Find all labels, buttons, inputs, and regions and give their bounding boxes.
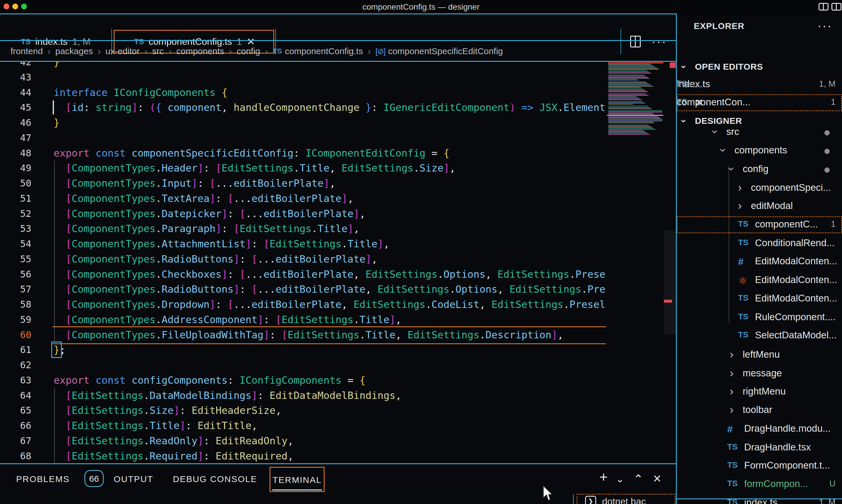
- tree-item-editmodalconten-[interactable]: ⚛EditModalConten...: [677, 272, 842, 289]
- code-line-62[interactable]: 62: [0, 357, 606, 373]
- close-panel-icon[interactable]: ✕: [653, 471, 661, 486]
- breadcrumb-item[interactable]: ux-editor: [105, 46, 140, 56]
- line-number: 63: [0, 373, 31, 388]
- chevron-down-icon: ›: [678, 65, 690, 69]
- code-line-48[interactable]: 48export const componentSpecificEditConf…: [0, 145, 606, 161]
- tree-item-toolbar[interactable]: ›toolbar: [677, 402, 842, 419]
- tree-item-formcompon-[interactable]: TSformCompon...U: [677, 476, 842, 493]
- code-line-50[interactable]: 50 [ComponentTypes.Input]: [...editBoile…: [0, 176, 606, 191]
- code-line-65[interactable]: 65 [EditSettings.Size]: EditHeaderSize,: [0, 403, 606, 418]
- tree-item-editmodalconten-[interactable]: #EditModalConten...: [677, 253, 842, 270]
- item-path-hint: fron...: [677, 79, 699, 89]
- minimap-line: [608, 134, 650, 135]
- code-line-55[interactable]: 55 [ComponentTypes.RadioButtons]: [...ed…: [0, 251, 606, 267]
- code-line-51[interactable]: 51 [ComponentTypes.TextArea]: [...editBo…: [0, 191, 606, 206]
- code-line-60[interactable]: 60 [ComponentTypes.FileUploadWithTag]: […: [0, 327, 606, 342]
- code-line-61[interactable]: 61};: [0, 342, 606, 357]
- tree-item-leftmenu[interactable]: ›leftMenu: [677, 346, 842, 363]
- scrollbar[interactable]: [664, 231, 676, 335]
- panel-tab-debug-console[interactable]: DEBUG CONSOLE: [173, 472, 257, 486]
- section-outline[interactable]: › OUTLINE: [677, 501, 842, 504]
- item-label: EditModalConten...: [755, 255, 837, 267]
- code-line-58[interactable]: 58 [ComponentTypes.Dropdown]: [...editBo…: [0, 297, 606, 312]
- tree-item-message[interactable]: ›message: [677, 365, 842, 382]
- code-line-45[interactable]: 45 [id: string]: ({ component, handleCom…: [0, 100, 606, 115]
- tree-item-componentc-[interactable]: TScomponentC...1: [677, 216, 842, 233]
- breadcrumb-item[interactable]: [⊘]componentSpecificEditConfig: [376, 46, 503, 56]
- tree-item-selectdatamodel-[interactable]: TSSelectDataModel...: [677, 327, 842, 344]
- code-line-64[interactable]: 64 [EditSettings.DataModelBindings]: Edi…: [0, 388, 606, 403]
- breadcrumb-separator: ›: [265, 46, 268, 57]
- new-terminal-icon[interactable]: +: [599, 469, 608, 485]
- code-line-49[interactable]: 49 [ComponentTypes.Header]: [EditSetting…: [0, 160, 606, 176]
- panel-tab-problems[interactable]: PROBLEMS: [16, 472, 70, 486]
- tree-item-src[interactable]: ›src: [677, 124, 842, 141]
- terminal-dropdown-icon[interactable]: ⌄: [616, 471, 624, 486]
- code-line-63[interactable]: 63export const configComponents: IConfig…: [0, 373, 606, 388]
- code-line-57[interactable]: 57 [ComponentTypes.RadioButtons]: [...ed…: [0, 282, 606, 297]
- code-text: [ComponentTypes.Checkboxes]: [...editBoi…: [54, 267, 606, 282]
- breadcrumb-item[interactable]: config: [237, 46, 260, 56]
- item-label: DragHandle.tsx: [744, 442, 811, 453]
- code-line-68[interactable]: 68 [EditSettings.Required]: EditRequired…: [0, 448, 606, 463]
- section-open-editors[interactable]: › OPEN EDITORS: [677, 59, 842, 76]
- minimap-line: [608, 100, 642, 100]
- tree-item-config[interactable]: ›config: [677, 161, 842, 178]
- breadcrumb-item[interactable]: TScomponentConfig.ts: [273, 46, 363, 56]
- tree-item-draghandle-tsx[interactable]: TSDragHandle.tsx: [677, 439, 842, 456]
- chevron-right-icon: ›: [730, 386, 734, 397]
- minimap-line: [608, 122, 653, 122]
- layout-sidebar-icon[interactable]: [831, 3, 841, 11]
- tree-item-rulecomponent-[interactable]: TSRuleComponent....: [677, 309, 842, 326]
- breadcrumb-item[interactable]: packages: [55, 46, 93, 56]
- tree-item-formcomponent-t-[interactable]: TSFormComponent.t...: [677, 457, 842, 474]
- chevron-right-icon: ›: [730, 404, 734, 415]
- tree-item-editmodal[interactable]: ›editModal: [677, 198, 842, 215]
- line-number: 54: [0, 236, 31, 251]
- minimap-line: [608, 71, 648, 72]
- item-label: message: [743, 367, 782, 379]
- terminal-list-separator: [573, 494, 574, 504]
- tree-item-editmodalconten-[interactable]: TSEditModalConten...: [677, 290, 842, 307]
- item-label: toolbar: [743, 404, 772, 415]
- maximize-panel-icon[interactable]: ⌃: [633, 471, 643, 486]
- code-text: [ComponentTypes.TextArea]: [...editBoile…: [54, 191, 354, 206]
- minimap-line: [608, 98, 639, 98]
- explorer-more-icon[interactable]: ···: [818, 19, 832, 33]
- layout-panel-icon[interactable]: [819, 3, 828, 11]
- panel-tab-output[interactable]: OUTPUT: [114, 472, 153, 486]
- code-line-46[interactable]: 46}: [0, 115, 606, 130]
- panel-tab-terminal[interactable]: TERMINAL: [271, 473, 324, 487]
- code-text: [ComponentTypes.RadioButtons]: [...editB…: [54, 282, 606, 297]
- code-line-66[interactable]: 66 [EditSettings.Title]: EditTitle,: [0, 418, 606, 433]
- code-line-52[interactable]: 52 [ComponentTypes.Datepicker]: [...edit…: [0, 206, 606, 221]
- code-line-59[interactable]: 59 [ComponentTypes.AddressComponent]: [E…: [0, 312, 606, 327]
- terminal-list-item[interactable]: ❯ dotnet bac: [577, 494, 675, 504]
- code-area[interactable]: 42}4344interface IConfigComponents {45 […: [0, 62, 606, 463]
- tree-item-rightmenu[interactable]: ›rightMenu: [677, 383, 842, 400]
- breadcrumb-item[interactable]: frontend: [11, 46, 43, 56]
- code-line-56[interactable]: 56 [ComponentTypes.Checkboxes]: [...edit…: [0, 267, 606, 282]
- tree-item-draghandle-modu-[interactable]: #DragHandle.modu...: [677, 420, 842, 437]
- code-line-47[interactable]: 47: [0, 130, 606, 145]
- tree-item-components[interactable]: ›components: [677, 142, 842, 159]
- line-number: 64: [0, 388, 31, 403]
- breadcrumb-item[interactable]: components: [176, 46, 224, 56]
- open-editor-componentcon-[interactable]: ✕TScomponentCon...1: [677, 94, 842, 111]
- code-line-44[interactable]: 44interface IConfigComponents {: [0, 85, 606, 100]
- minimap-line: [608, 91, 647, 91]
- minimap[interactable]: [606, 62, 664, 463]
- modified-dot-badge: [824, 149, 830, 154]
- code-line-54[interactable]: 54 [ComponentTypes.AttachmentList]: [Edi…: [0, 236, 606, 251]
- open-editor-index-ts[interactable]: TSindex.tsfron...1, M: [677, 76, 842, 93]
- code-editor[interactable]: 42}4344interface IConfigComponents {45 […: [0, 62, 676, 463]
- code-line-53[interactable]: 53 [ComponentTypes.Paragraph]: [EditSett…: [0, 221, 606, 236]
- code-line-43[interactable]: 43: [0, 70, 606, 85]
- tree-item-conditionalrend-[interactable]: TSConditionalRend...: [677, 235, 842, 252]
- tree-item-componentspeci-[interactable]: ›componentSpeci...: [677, 180, 842, 197]
- code-line-67[interactable]: 67 [EditSettings.ReadOnly]: EditReadOnly…: [0, 433, 606, 448]
- code-text: [ComponentTypes.Header]: [EditSettings.T…: [54, 160, 456, 176]
- breadcrumb-item[interactable]: src: [152, 46, 164, 56]
- overview-ruler-error-mark: [670, 62, 675, 68]
- code-line-42[interactable]: 42}: [0, 62, 606, 70]
